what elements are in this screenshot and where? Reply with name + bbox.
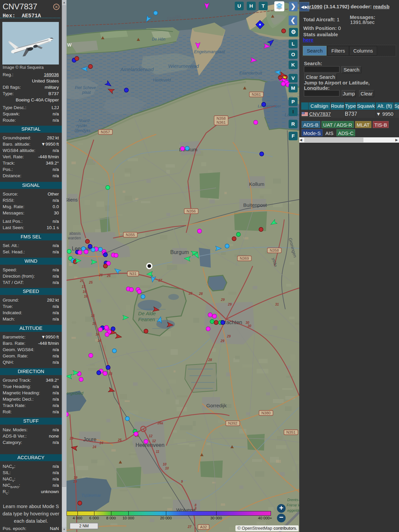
svg-text:12: 12 <box>149 434 153 438</box>
svg-text:27: 27 <box>158 279 162 282</box>
svg-text:26: 26 <box>106 274 111 278</box>
svg-text:Stiens: Stiens <box>66 197 77 202</box>
svg-text:12: 12 <box>152 439 156 443</box>
svg-text:W: W <box>67 42 72 48</box>
svg-text:25: 25 <box>79 279 84 283</box>
svg-text:N31: N31 <box>129 272 136 276</box>
svg-text:9: 9 <box>181 480 183 483</box>
svg-text:19: 19 <box>73 476 77 479</box>
svg-text:Drents-: Drents- <box>287 498 299 502</box>
svg-text:Heideveld: Heideveld <box>153 78 171 82</box>
svg-text:Burgum: Burgum <box>170 249 189 255</box>
svg-text:eggelde: eggelde <box>287 508 299 512</box>
svg-text:24: 24 <box>99 441 103 445</box>
svg-text:ûtendyks: ûtendyks <box>74 128 90 133</box>
svg-text:10: 10 <box>165 466 169 470</box>
svg-text:N358: N358 <box>216 116 226 120</box>
svg-text:Kollum: Kollum <box>249 181 264 187</box>
svg-text:Buitenpost: Buitenpost <box>243 202 267 208</box>
svg-text:16: 16 <box>84 295 88 298</box>
svg-text:19: 19 <box>73 480 77 483</box>
svg-text:14: 14 <box>97 339 101 342</box>
svg-text:Feanen: Feanen <box>138 317 155 322</box>
svg-text:Joure: Joure <box>83 437 96 442</box>
svg-text:30: 30 <box>247 324 251 328</box>
svg-text:25: 25 <box>117 438 122 442</box>
svg-text:N355: N355 <box>126 233 135 237</box>
svg-text:8: 8 <box>195 507 197 510</box>
svg-text:N358: N358 <box>270 248 279 252</box>
svg-text:Piet Scheve: Piet Scheve <box>75 85 96 90</box>
svg-text:Gorredijk: Gorredijk <box>206 403 227 408</box>
svg-text:Lauwersmeer: Lauwersmeer <box>258 104 281 108</box>
svg-text:Engelsmanplaat: Engelsmanplaat <box>194 49 225 54</box>
svg-text:A32: A32 <box>200 525 207 529</box>
svg-text:Eilanderbult: Eilanderbult <box>239 70 263 75</box>
svg-text:11: 11 <box>156 450 160 454</box>
svg-text:N351: N351 <box>286 430 296 434</box>
svg-text:15: 15 <box>92 322 96 326</box>
svg-text:Wierumerwad: Wierumerwad <box>168 63 199 69</box>
svg-text:N361: N361 <box>252 92 261 96</box>
svg-text:Noard-: Noard- <box>78 118 91 123</box>
svg-text:De Hôn: De Hôn <box>152 37 166 42</box>
svg-text:ryslân: ryslân <box>76 123 87 128</box>
svg-text:15: 15 <box>91 314 95 318</box>
svg-text:plaat: plaat <box>82 90 91 95</box>
svg-text:Tsjûkemar: Tsjûkemar <box>81 493 101 498</box>
svg-text:Amelanderwad: Amelanderwad <box>120 66 154 72</box>
svg-text:29: 29 <box>227 303 232 306</box>
svg-text:14: 14 <box>95 332 99 336</box>
svg-text:N392: N392 <box>228 421 237 425</box>
svg-text:Heerenveen: Heerenveen <box>135 442 164 448</box>
svg-text:26: 26 <box>98 273 103 277</box>
svg-text:N356: N356 <box>187 209 196 213</box>
svg-text:abasis: abasis <box>69 231 81 236</box>
svg-text:28: 28 <box>199 292 203 296</box>
svg-text:warden: warden <box>67 236 81 240</box>
svg-text:31: 31 <box>275 303 279 306</box>
svg-text:N357: N357 <box>101 130 110 134</box>
svg-text:28: 28 <box>188 292 193 295</box>
svg-text:29: 29 <box>226 334 231 338</box>
svg-text:29: 29 <box>220 339 224 343</box>
svg-text:28: 28 <box>208 358 212 362</box>
svg-text:27: 27 <box>187 525 192 529</box>
svg-text:Friese Wo: Friese Wo <box>287 503 299 507</box>
svg-text:23: 23 <box>69 437 73 440</box>
svg-text:25: 25 <box>88 281 93 284</box>
svg-text:29: 29 <box>220 298 225 302</box>
svg-text:ergebied: ergebied <box>66 391 83 396</box>
svg-text:24: 24 <box>92 445 96 449</box>
svg-text:N380: N380 <box>261 411 271 415</box>
svg-text:26a: 26a <box>157 421 163 425</box>
svg-text:N369: N369 <box>240 256 249 260</box>
svg-text:N361: N361 <box>216 120 226 124</box>
svg-text:13: 13 <box>108 372 112 376</box>
svg-text:17: 17 <box>81 285 85 289</box>
svg-text:16: 16 <box>82 290 86 294</box>
svg-text:10: 10 <box>163 463 167 466</box>
